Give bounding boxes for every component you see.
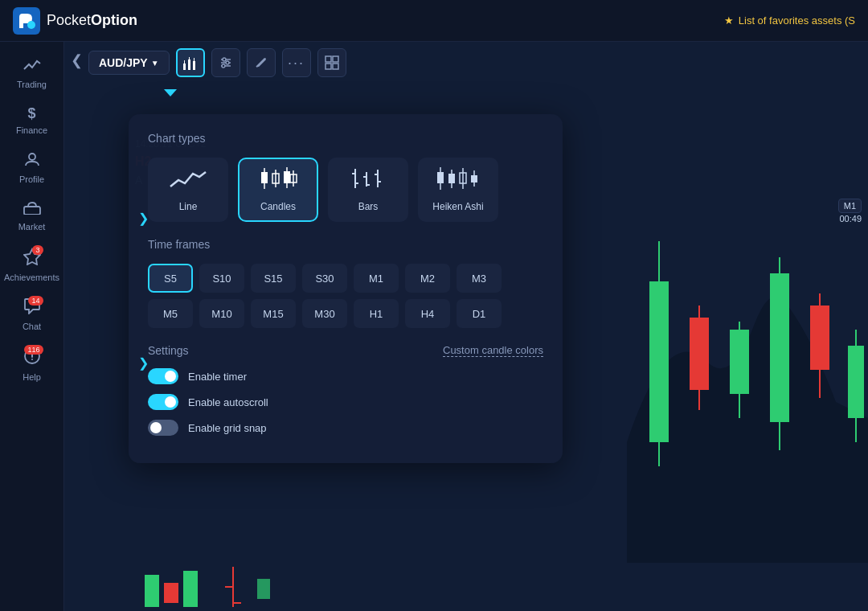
tf-M1[interactable]: M1 — [354, 264, 399, 293]
line-label: Line — [179, 201, 198, 212]
tf-M15[interactable]: M15 — [251, 299, 296, 328]
tf-M3[interactable]: M3 — [457, 264, 502, 293]
settings-header: Settings Custom candle colors — [148, 344, 543, 357]
svg-rect-59 — [471, 175, 477, 182]
tf-M5[interactable]: M5 — [148, 299, 193, 328]
trading-icon — [23, 58, 41, 76]
chart-popup: Chart types Line Candles — [129, 114, 563, 463]
favorites-link[interactable]: ★ List of favorites assets (S — [724, 14, 855, 27]
tf-S30[interactable]: S30 — [302, 264, 347, 293]
svg-rect-22 — [333, 64, 338, 69]
svg-rect-62 — [183, 571, 198, 607]
main-layout: Trading $ Finance Profile Market 3 — [0, 42, 868, 611]
favorites-label: List of favorites assets (S — [739, 14, 855, 27]
more-button[interactable]: ··· — [282, 48, 311, 77]
topbar: PocketOption ★ List of favorites assets … — [0, 0, 868, 42]
sidebar-market-label: Market — [18, 222, 46, 232]
heiken-label: Heiken Ashi — [432, 201, 483, 212]
svg-rect-30 — [770, 273, 789, 422]
tf-M2[interactable]: M2 — [405, 264, 450, 293]
achievements-badge: 3 — [32, 245, 43, 255]
tf-M10[interactable]: M10 — [199, 299, 244, 328]
sidebar-item-help[interactable]: 116 Help — [3, 341, 61, 388]
tf-S5[interactable]: S5 — [148, 264, 193, 293]
timer-label-text: Enable timer — [188, 371, 247, 383]
svg-rect-19 — [326, 56, 331, 62]
setting-gridsnap: Enable grid snap — [148, 420, 543, 436]
chart-type-heiken[interactable]: Heiken Ashi — [418, 158, 498, 222]
chart-type-line[interactable]: Line — [148, 158, 228, 222]
sidebar: Trading $ Finance Profile Market 3 — [0, 42, 64, 611]
svg-rect-55 — [448, 174, 455, 183]
asset-selector[interactable]: AUD/JPY ▼ — [88, 51, 170, 75]
sidebar-finance-label: Finance — [16, 125, 47, 135]
svg-point-17 — [226, 61, 229, 64]
custom-candle-link[interactable]: Custom candle colors — [443, 344, 543, 357]
sidebar-item-profile[interactable]: Profile — [3, 145, 61, 191]
asset-label: AUD/JPY — [99, 56, 148, 69]
chart-type-button[interactable] — [176, 48, 205, 77]
m1-label: M1 — [838, 199, 862, 213]
svg-rect-8 — [184, 60, 185, 64]
toolbar: AUD/JPY ▼ ··· — [88, 48, 346, 77]
settings-section: Settings Custom candle colors Enable tim… — [148, 344, 543, 436]
svg-rect-28 — [730, 330, 749, 394]
logo-text: PocketOption — [47, 12, 137, 29]
svg-rect-60 — [145, 575, 159, 607]
chart-types-title: Chart types — [148, 132, 543, 145]
heiken-chart-icon — [434, 166, 482, 195]
bottom-candles — [129, 563, 868, 611]
gridsnap-label: Enable grid snap — [188, 422, 267, 434]
line-chart-icon — [169, 167, 207, 195]
tf-D1[interactable]: D1 — [457, 299, 502, 328]
chart-area: ❮ AUD/JPY ▼ ··· — [64, 42, 868, 611]
svg-rect-26 — [690, 318, 709, 390]
dropdown-arrow — [161, 82, 177, 100]
svg-rect-24 — [649, 281, 669, 442]
autoscroll-toggle[interactable] — [148, 394, 178, 410]
back-arrow[interactable]: ❮ — [71, 51, 83, 69]
sidebar-item-chat[interactable]: 14 Chat — [3, 292, 61, 338]
svg-rect-21 — [326, 64, 331, 69]
sidebar-achievements-label: Achievements — [4, 273, 59, 282]
tf-S10[interactable]: S10 — [199, 264, 244, 293]
achievements-icon: 3 — [23, 248, 41, 269]
sidebar-item-finance[interactable]: $ Finance — [3, 99, 61, 141]
timer-label: 00:49 — [839, 214, 862, 223]
expand-arrow-bottom[interactable]: ❯ — [138, 355, 149, 371]
sidebar-profile-label: Profile — [19, 174, 44, 184]
candles-label: Candles — [260, 201, 296, 212]
bottom-candles-svg — [137, 563, 619, 611]
logo: PocketOption — [13, 7, 137, 35]
tf-H4[interactable]: H4 — [405, 299, 450, 328]
chart-type-candles[interactable]: Candles — [238, 158, 318, 222]
timeframes-grid: S5 S10 S15 S30 M1 M2 M3 M5 M10 M15 M30 H… — [148, 264, 543, 328]
bars-chart-icon — [349, 166, 387, 195]
sidebar-item-market[interactable]: Market — [3, 194, 61, 238]
timeframes-title: Time frames — [148, 238, 543, 251]
svg-point-1 — [27, 21, 35, 29]
more-icon: ··· — [288, 55, 305, 72]
expand-arrow-top[interactable]: ❯ — [138, 211, 149, 226]
svg-rect-3 — [24, 207, 40, 215]
tf-S15[interactable]: S15 — [251, 264, 296, 293]
timeframes-section: Time frames S5 S10 S15 S30 M1 M2 M3 M5 M… — [148, 238, 543, 328]
grid-button[interactable] — [317, 48, 346, 77]
svg-rect-10 — [189, 57, 190, 59]
svg-rect-7 — [183, 64, 186, 70]
settings-title: Settings — [148, 344, 189, 357]
svg-rect-61 — [164, 583, 178, 603]
star-icon: ★ — [724, 14, 734, 27]
gridsnap-toggle[interactable] — [148, 420, 178, 436]
sidebar-item-trading[interactable]: Trading — [3, 51, 61, 96]
candles-chart-icon — [258, 166, 298, 195]
settings-button[interactable] — [211, 48, 240, 77]
pen-button[interactable] — [247, 48, 276, 77]
chart-type-bars[interactable]: Bars — [328, 158, 408, 222]
tf-H1[interactable]: H1 — [354, 299, 399, 328]
svg-rect-36 — [261, 172, 268, 183]
tf-M30[interactable]: M30 — [302, 299, 347, 328]
timer-toggle[interactable] — [148, 368, 178, 384]
sidebar-item-achievements[interactable]: 3 Achievements — [3, 241, 61, 289]
svg-point-18 — [222, 64, 225, 68]
